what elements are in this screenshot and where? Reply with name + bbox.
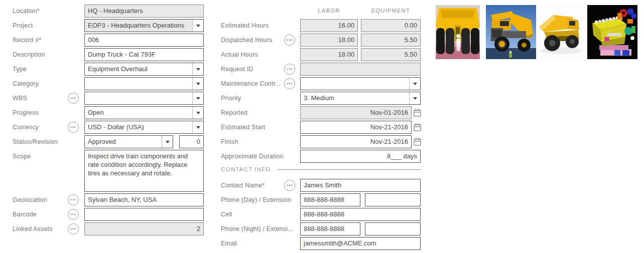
actual-hours-label: Actual Hours	[221, 48, 258, 61]
phone-night-extension-field[interactable]	[365, 222, 421, 235]
approximate-duration-label: Approximate Duration	[221, 150, 284, 163]
attachment-photo-truck-rear[interactable]	[436, 5, 480, 59]
wbs-dropdown[interactable]	[84, 92, 204, 105]
priority-dropdown[interactable]: 3. Medium	[300, 92, 421, 105]
type-dropdown[interactable]: Equipment Overhaul	[84, 63, 204, 76]
project-value: EOP3 - Headquarters Operations	[85, 20, 192, 32]
contact-name-lookup-button[interactable]: •••	[284, 180, 295, 191]
contact-info-section-title: CONTACT INFO	[221, 166, 271, 173]
currency-lookup-button[interactable]: •••	[68, 122, 79, 133]
barcode-field[interactable]	[84, 208, 204, 221]
chevron-down-icon[interactable]	[192, 78, 203, 90]
chevron-down-icon[interactable]	[409, 92, 420, 104]
priority-value: 3. Medium	[301, 92, 409, 104]
maintenance-contract-dropdown[interactable]	[300, 77, 421, 90]
chevron-down-icon[interactable]	[192, 20, 203, 32]
description-field[interactable]: Dump Truck - Cat 793F	[84, 48, 204, 61]
chevron-down-icon[interactable]	[409, 78, 420, 90]
maintenance-contract-value	[301, 78, 409, 90]
category-label: Category	[13, 77, 39, 90]
contact-name-field[interactable]: James Smith	[300, 179, 421, 192]
cell-field[interactable]: 888-888-8888	[300, 208, 421, 221]
calendar-icon[interactable]	[414, 138, 421, 146]
reported-label: Reported	[221, 106, 247, 119]
attachment-photo-truck-sky[interactable]	[486, 5, 536, 59]
geolocation-lookup-button[interactable]: •••	[68, 194, 79, 205]
linked-assets-label: Linked Assets	[13, 222, 53, 235]
dispatched-hours-lookup-button[interactable]: •••	[284, 35, 295, 46]
wbs-lookup-button[interactable]: •••	[68, 93, 79, 104]
linked-assets-lookup-button[interactable]: •••	[68, 223, 79, 234]
linked-assets-field: 2	[84, 222, 204, 235]
geolocation-field[interactable]: Sylvan Beach, NY, USA	[84, 193, 204, 206]
project-label: Project	[13, 19, 33, 32]
priority-label: Priority	[221, 92, 241, 105]
status-dropdown[interactable]: Approved	[84, 135, 173, 148]
location-field: HQ - Headquarters	[84, 5, 204, 18]
chevron-down-icon[interactable]	[192, 107, 203, 119]
geolocation-label: Geolocation	[13, 193, 47, 206]
phone-night-field[interactable]: 888-888-8888	[300, 222, 360, 235]
location-label: Location*	[13, 5, 40, 18]
phone-day-label: Phone (Day) / Extension	[221, 193, 291, 206]
category-dropdown[interactable]	[84, 77, 204, 90]
phone-day-extension-field[interactable]	[365, 193, 421, 206]
maintenance-contract-lookup-button[interactable]: •••	[284, 78, 295, 89]
actual-hours-labor-field: 18.00	[300, 48, 358, 61]
progress-value: Open	[85, 107, 192, 119]
barcode-lookup-button[interactable]: •••	[68, 209, 79, 220]
chevron-down-icon[interactable]	[192, 63, 203, 75]
chevron-down-icon[interactable]	[162, 136, 173, 148]
description-label: Description	[13, 48, 45, 61]
request-id-field	[300, 63, 421, 76]
phone-day-field[interactable]: 888-888-8888	[300, 193, 360, 206]
calendar-icon[interactable]	[414, 123, 421, 131]
revision-field: 0	[179, 135, 204, 148]
attachment-photo-truck-model[interactable]	[538, 5, 586, 59]
type-label: Type	[13, 63, 27, 76]
category-value	[85, 78, 192, 90]
labor-column-header: LABOR	[300, 7, 358, 14]
phone-night-label: Phone (Night) / Extensi...	[221, 222, 293, 235]
maintenance-contract-label: Maintenance Contr...	[221, 77, 281, 90]
reported-date-field: Nov-01-2016	[300, 106, 412, 119]
currency-dropdown[interactable]: USD - Dollar (USA)	[84, 121, 204, 134]
record-number-label: Record #*	[13, 34, 41, 47]
chevron-down-icon[interactable]	[192, 121, 203, 133]
progress-dropdown[interactable]: Open	[84, 106, 204, 119]
request-id-lookup-button[interactable]: •••	[284, 64, 295, 75]
scope-textarea[interactable]: Inspect drive train components and rate …	[84, 150, 204, 192]
project-dropdown[interactable]: EOP3 - Headquarters Operations	[84, 19, 204, 32]
work-order-form: Location* Project Record #* Description …	[0, 0, 644, 253]
estimated-start-label: Estimated Start	[221, 121, 265, 134]
equipment-column-header: EQUIPMENT	[361, 7, 421, 14]
wbs-label: WBS	[13, 92, 27, 105]
record-number-field[interactable]: 006	[84, 34, 204, 47]
finish-label: Finish	[221, 135, 238, 148]
contact-info-divider	[277, 169, 421, 170]
contact-name-label: Contact Name*	[221, 179, 265, 192]
email-field[interactable]: jamessmith@ACME.com	[300, 237, 421, 250]
barcode-label: Barcode	[13, 208, 37, 221]
approximate-duration-field[interactable]: 8___ days	[300, 150, 421, 163]
currency-label: Currency	[13, 121, 39, 134]
type-value: Equipment Overhaul	[85, 63, 192, 75]
actual-hours-equipment-field: 5.50	[361, 48, 421, 61]
dispatched-hours-equipment-field: 5.50	[361, 34, 421, 47]
dispatched-hours-label: Dispatched Hours	[221, 34, 273, 47]
attachment-photo-engine-cutaway[interactable]	[587, 5, 637, 59]
progress-label: Progress	[13, 106, 39, 119]
estimated-start-date-field[interactable]: Nov-21-2016	[300, 121, 412, 134]
status-revision-label: Status/Revision	[13, 135, 58, 148]
chevron-down-icon[interactable]	[192, 92, 203, 104]
status-value: Approved	[85, 136, 162, 148]
cell-label: Cell	[221, 208, 232, 221]
dispatched-hours-labor-field: 18.00	[300, 34, 358, 47]
calendar-icon[interactable]	[414, 109, 421, 117]
estimated-hours-equipment-field: 0.00	[361, 19, 421, 32]
currency-value: USD - Dollar (USA)	[85, 121, 192, 133]
finish-date-field[interactable]: Nov-21-2016	[300, 135, 412, 148]
wbs-value	[85, 92, 192, 104]
scope-label: Scope	[13, 150, 31, 163]
request-id-label: Request ID	[221, 63, 253, 76]
